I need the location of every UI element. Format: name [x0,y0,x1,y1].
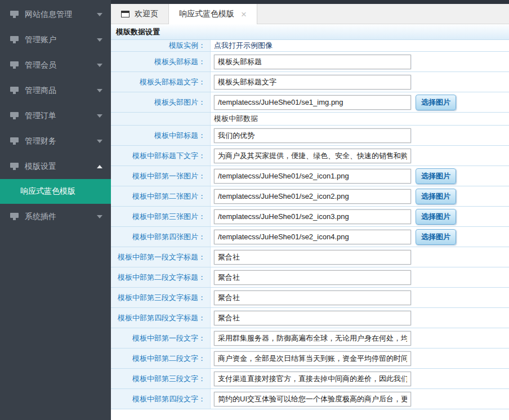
sidebar-item-1[interactable]: 网站信息管理 [0,2,111,27]
row-label: 模板中部第二段文字： [111,348,211,368]
choose-image-button[interactable]: 选择图片 [416,189,456,204]
tab-bar: 欢迎页响应式蓝色模版× [111,4,509,24]
text-input[interactable] [214,128,411,143]
monitor-icon [10,163,19,170]
form-row: 模板中部第四段文字标题： [111,308,509,328]
row-label: 模板中部标题下文字： [111,146,211,166]
choose-image-button[interactable]: 选择图片 [416,229,456,245]
text-input[interactable] [214,75,411,90]
row-value: 选择图片 [211,227,509,247]
monitor-icon [10,36,19,43]
sidebar-item-5[interactable]: 管理订单 [0,103,111,128]
sidebar-menu: 网站信息管理管理账户管理会员管理商品管理订单管理财务模版设置响应式蓝色模版系统插… [0,2,111,229]
form-row: 模板中部数据 [111,113,509,126]
form-row: 模板中部标题： [111,126,509,146]
chevron-up-icon [97,165,102,168]
row-value [211,52,509,72]
form-row: 模板中部第三段文字标题： [111,288,509,308]
chevron-down-icon [97,140,102,143]
text-input[interactable] [214,250,411,265]
example-image-link[interactable]: 点我打开示例图像 [214,41,273,51]
top-strip [111,0,509,4]
chevron-down-icon [97,64,102,67]
row-value: 选择图片 [211,207,509,226]
form-row: 模板中部第三段文字： [111,369,509,389]
text-input[interactable] [214,55,411,69]
row-value: 选择图片 [211,186,509,206]
form-row: 模板中部第四张图片：选择图片 [111,227,509,247]
monitor-icon [10,137,19,145]
sidebar-item-8[interactable]: 系统插件 [0,204,111,229]
sidebar-item-label: 管理商品 [25,86,56,96]
choose-image-button[interactable]: 选择图片 [416,209,456,225]
monitor-icon [10,61,19,69]
sidebar-item-7[interactable]: 模版设置 [0,154,111,179]
row-label: 模板中部第二段文字标题： [111,267,211,287]
form-row: 模板头部标题： [111,52,509,72]
row-label: 模板中部第四张图片： [111,227,211,247]
sidebar-item-2[interactable]: 管理账户 [0,27,111,52]
text-input[interactable] [214,169,411,184]
row-value [211,369,509,388]
form-row: 模板中部第二张图片：选择图片 [111,186,509,207]
chevron-down-icon [97,38,102,42]
choose-image-button[interactable]: 选择图片 [416,168,456,184]
chevron-down-icon [97,89,102,92]
sidebar-item-label: 网站信息管理 [25,10,72,20]
text-input[interactable] [214,189,411,204]
form-row: 模板中部第三张图片：选择图片 [111,207,509,227]
form-row: 模板中部第二段文字标题： [111,267,509,288]
text-input[interactable] [214,149,411,163]
form-row: 模板中部第一段文字标题： [111,247,509,267]
row-label: 模板中部第二张图片： [111,186,211,206]
sidebar-subitem-1[interactable]: 响应式蓝色模版 [0,179,111,204]
sidebar-item-label: 管理订单 [25,111,56,121]
row-label: 模板头部标题： [111,52,211,72]
tab-label: 响应式蓝色模版 [179,9,234,19]
close-icon[interactable]: × [241,10,247,19]
row-label: 模板中部第一段文字标题： [111,247,211,267]
text-input[interactable] [214,291,411,305]
row-label: 模板头部标题文字： [111,72,211,92]
tab-label: 欢迎页 [135,9,158,19]
sidebar-item-label: 系统插件 [25,212,56,222]
text-input[interactable] [214,270,411,285]
row-label: 模板中部标题： [111,126,211,145]
sidebar: 网站信息管理管理账户管理会员管理商品管理订单管理财务模版设置响应式蓝色模版系统插… [0,0,111,420]
panel-title: 模版数据设置 [116,27,160,37]
monitor-icon [10,112,19,119]
tab-1[interactable]: 欢迎页 [111,4,168,24]
tab-2[interactable]: 响应式蓝色模版× [168,4,257,24]
form-row: 模板中部第二段文字： [111,348,509,369]
sidebar-item-4[interactable]: 管理商品 [0,78,111,103]
choose-image-button[interactable]: 选择图片 [416,95,456,110]
row-value: 选择图片 [211,166,509,186]
text-input[interactable] [214,331,411,346]
text-input[interactable] [214,95,411,110]
chevron-down-icon [97,13,102,16]
text-input[interactable] [214,392,411,406]
sidebar-item-6[interactable]: 管理财务 [0,128,111,154]
panel-title-bar: 模版数据设置 [111,24,509,40]
text-input[interactable] [214,311,411,325]
form-row: 模板中部第四段文字： [111,389,509,409]
form-row: 模板中部第一张图片：选择图片 [111,166,509,186]
text-input[interactable] [214,230,411,244]
text-input[interactable] [214,209,411,224]
sidebar-item-3[interactable]: 管理会员 [0,52,111,78]
chevron-down-icon [97,114,102,118]
row-label [111,113,211,125]
row-label: 模板中部第三段文字标题： [111,288,211,307]
form-rows: 模版实例：点我打开示例图像模板头部标题：模板头部标题文字：模板头部图片：选择图片… [111,40,509,420]
sidebar-item-label: 管理财务 [25,136,56,146]
row-label: 模板中部第三段文字： [111,369,211,388]
row-value [211,126,509,145]
text-input[interactable] [214,372,411,386]
form-row: 模板头部图片：选择图片 [111,92,509,113]
form-row: 模板头部标题文字： [111,72,509,92]
monitor-icon [10,213,19,220]
main-area: 欢迎页响应式蓝色模版× 模版数据设置 模版实例：点我打开示例图像模板头部标题：模… [111,0,509,420]
row-label: 模版实例： [111,40,211,51]
text-input[interactable] [214,351,411,366]
row-value [211,72,509,92]
